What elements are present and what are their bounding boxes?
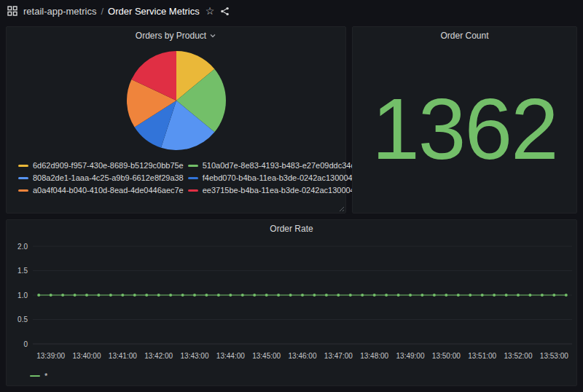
legend-color-marker <box>188 177 198 179</box>
legend-label: 808a2de1-1aaa-4c25-a9b9-6612e8f29a38 <box>33 172 184 184</box>
rate-series-point <box>241 294 244 297</box>
legend-color-marker <box>30 375 40 377</box>
rate-series-point <box>74 294 77 297</box>
rate-series-point <box>517 294 520 297</box>
x-tick-label: 13:41:00 <box>109 352 137 360</box>
panel-order-count: Order Count 1362 <box>352 26 577 213</box>
panel-title[interactable]: Orders by Product <box>136 31 206 41</box>
x-tick-label: 13:50:00 <box>432 352 461 360</box>
rate-series-point <box>217 294 220 297</box>
rate-series-point <box>457 294 460 297</box>
rate-series-point <box>565 294 568 297</box>
share-icon[interactable] <box>220 7 230 16</box>
y-tick-label: 0 <box>23 340 28 348</box>
rate-series-point <box>229 294 232 297</box>
x-tick-label: 13:40:00 <box>73 352 101 360</box>
rate-series-point <box>397 294 400 297</box>
breadcrumb-folder[interactable]: retail-app-metrics <box>23 6 96 17</box>
legend-label: ee3715be-b4ba-11ea-b3de-0242ac130004 <box>203 184 355 196</box>
panel-resize-handle[interactable] <box>337 205 344 211</box>
panel-header[interactable]: Order Count <box>353 27 576 44</box>
x-tick-label: 13:44:00 <box>216 352 245 360</box>
rate-series-point <box>277 294 280 297</box>
rate-series-point <box>481 294 484 297</box>
chevron-down-icon <box>209 32 216 39</box>
x-tick-label: 13:53:00 <box>540 352 568 360</box>
rate-series-point <box>552 294 555 297</box>
rate-legend-item[interactable]: * <box>8 370 576 380</box>
rate-series-point <box>133 294 136 297</box>
panel-header[interactable]: Orders by Product <box>7 27 345 44</box>
legend-color-marker <box>18 165 28 167</box>
legend-label: 510a0d7e-8e83-4193-b483-e27e09ddc34d <box>203 160 356 171</box>
legend-item[interactable]: 6d62d909-f957-430e-8689-b5129c0bb75e <box>18 160 184 171</box>
x-tick-label: 13:52:00 <box>504 352 533 360</box>
legend-label: 6d62d909-f957-430e-8689-b5129c0bb75e <box>33 160 184 171</box>
rate-series-point <box>265 294 268 297</box>
x-tick-label: 13:48:00 <box>360 352 388 360</box>
rate-series-point <box>50 294 52 297</box>
rate-series-point <box>181 294 184 297</box>
legend-color-marker <box>18 189 28 192</box>
rate-series-point <box>409 294 412 297</box>
x-tick-label: 13:49:00 <box>396 352 425 360</box>
rate-series-point <box>385 294 388 297</box>
rate-series-point <box>97 294 100 297</box>
rate-series-point <box>469 294 472 297</box>
rate-series-point <box>349 294 352 297</box>
panel-header[interactable]: Order Rate <box>7 220 576 238</box>
breadcrumb-separator: / <box>101 6 103 17</box>
rate-series-point <box>85 294 88 297</box>
panel-title[interactable]: Order Count <box>440 31 488 41</box>
rate-series-point <box>493 294 496 297</box>
x-tick-label: 13:39:00 <box>36 352 65 360</box>
x-tick-label: 13:51:00 <box>468 352 496 360</box>
breadcrumb-dashboard-title[interactable]: Order Service Metrics <box>108 6 200 17</box>
rate-series-point <box>445 294 447 297</box>
legend-color-marker <box>188 189 198 192</box>
rate-series-point <box>145 294 148 297</box>
rate-series-point <box>109 294 112 297</box>
rate-chart[interactable]: 2.01.51.00.5013:39:0013:40:0013:41:0013:… <box>8 239 576 367</box>
legend-item[interactable]: f4ebd070-b4ba-11ea-b3de-0242ac130004 <box>188 172 356 184</box>
panel-orders-by-product: Orders by Product 6d62d909-f957-430e-868… <box>6 26 346 213</box>
star-icon[interactable]: ☆ <box>206 6 215 16</box>
pie-chart[interactable] <box>123 47 230 154</box>
rate-series-point <box>337 294 340 297</box>
legend-label: * <box>44 372 47 380</box>
rate-series-point <box>157 294 160 297</box>
y-tick-label: 1.0 <box>17 291 28 299</box>
x-tick-label: 13:43:00 <box>181 352 209 360</box>
y-tick-label: 0.5 <box>17 315 28 324</box>
legend-label: f4ebd070-b4ba-11ea-b3de-0242ac130004 <box>203 172 353 184</box>
rate-series-point <box>289 294 292 297</box>
panel-title[interactable]: Order Rate <box>270 224 313 234</box>
rate-series-point <box>420 294 423 297</box>
dashboards-grid-icon[interactable] <box>7 6 17 16</box>
legend-item[interactable]: 510a0d7e-8e83-4193-b483-e27e09ddc34d <box>188 160 356 171</box>
rate-series-point <box>61 294 64 297</box>
rate-series-point <box>205 294 208 297</box>
x-tick-label: 13:47:00 <box>324 352 353 360</box>
legend-color-marker <box>188 165 198 167</box>
legend-item[interactable]: a0a4f044-b040-410d-8ead-4de0446aec7e <box>18 184 184 196</box>
x-tick-label: 13:45:00 <box>252 352 281 360</box>
rate-series-point <box>313 294 316 297</box>
rate-series-point <box>361 294 364 297</box>
legend-item[interactable]: ee3715be-b4ba-11ea-b3de-0242ac130004 <box>188 184 356 196</box>
breadcrumb: retail-app-metrics / Order Service Metri… <box>23 6 200 17</box>
rate-series-point <box>193 294 196 297</box>
x-tick-label: 13:42:00 <box>144 352 173 360</box>
rate-series-point <box>528 294 531 297</box>
rate-series-point <box>541 294 544 297</box>
rate-series-point <box>325 294 328 297</box>
top-nav: retail-app-metrics / Order Service Metri… <box>0 0 583 22</box>
y-tick-label: 2.0 <box>17 243 28 251</box>
rate-series-point <box>121 294 124 297</box>
legend-item[interactable]: 808a2de1-1aaa-4c25-a9b9-6612e8f29a38 <box>18 172 184 184</box>
pie-legend: 6d62d909-f957-430e-8689-b5129c0bb75e510a… <box>7 154 345 200</box>
stat-value: 1362 <box>372 86 557 172</box>
rate-series-point <box>505 294 508 297</box>
rate-series-point <box>37 294 40 297</box>
rate-series-point <box>169 294 172 297</box>
